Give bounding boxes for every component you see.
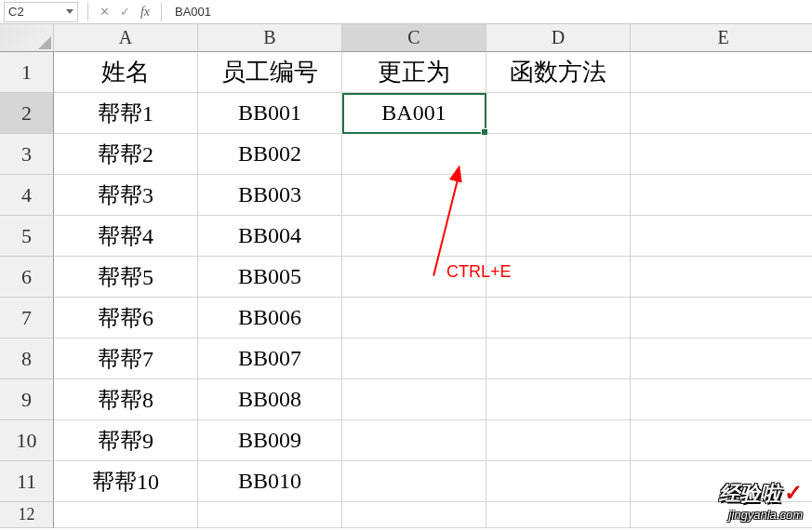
- cell[interactable]: [486, 502, 631, 528]
- row-header-7[interactable]: 7: [0, 298, 54, 339]
- watermark-check-icon: ✓: [784, 480, 803, 505]
- cell[interactable]: BB007: [198, 339, 342, 379]
- cell[interactable]: 帮帮3: [54, 175, 198, 216]
- cell-header[interactable]: 姓名: [54, 52, 198, 93]
- row-header-1[interactable]: 1: [0, 52, 54, 93]
- cell[interactable]: [342, 420, 486, 461]
- divider: [87, 3, 88, 21]
- column-header-b[interactable]: B: [198, 24, 342, 52]
- cell[interactable]: [342, 134, 486, 175]
- name-box[interactable]: C2: [4, 2, 78, 22]
- cell[interactable]: BB005: [198, 257, 342, 298]
- cell[interactable]: [342, 461, 486, 502]
- cell[interactable]: 帮帮4: [54, 216, 198, 257]
- cell[interactable]: 帮帮6: [54, 298, 198, 339]
- column-header-c[interactable]: C: [342, 24, 486, 52]
- cell[interactable]: 帮帮8: [54, 379, 198, 420]
- cell[interactable]: [631, 298, 812, 339]
- row-header-11[interactable]: 11: [0, 461, 54, 502]
- cell[interactable]: [342, 216, 486, 257]
- cell[interactable]: [198, 502, 342, 528]
- cell[interactable]: [631, 379, 812, 420]
- cell[interactable]: [486, 461, 631, 502]
- watermark-main: 经验啦: [719, 482, 780, 505]
- cell[interactable]: [486, 420, 631, 461]
- name-box-value: C2: [8, 5, 24, 19]
- cell[interactable]: 帮帮1: [54, 93, 198, 134]
- select-all-corner[interactable]: [0, 24, 54, 52]
- cell[interactable]: [486, 339, 631, 379]
- cell[interactable]: [486, 93, 631, 134]
- column-header-a[interactable]: A: [54, 24, 198, 52]
- column-header-d[interactable]: D: [486, 24, 631, 52]
- cell[interactable]: [486, 134, 631, 175]
- cell[interactable]: 帮帮10: [54, 461, 198, 502]
- cell-header[interactable]: 员工编号: [198, 52, 342, 93]
- cell[interactable]: BB002: [198, 134, 342, 175]
- cell[interactable]: BB006: [198, 298, 342, 339]
- cell-header[interactable]: 更正为: [342, 52, 486, 93]
- spreadsheet-grid: 123456789101112 ABCDE 姓名员工编号更正为函数方法帮帮1BB…: [0, 24, 812, 528]
- row-header-4[interactable]: 4: [0, 175, 54, 216]
- cell[interactable]: [486, 379, 631, 420]
- annotation-label: CTRL+E: [446, 262, 512, 282]
- cell[interactable]: [631, 93, 812, 134]
- cell[interactable]: 帮帮9: [54, 420, 198, 461]
- divider: [161, 3, 162, 21]
- cell[interactable]: [486, 216, 631, 257]
- cell[interactable]: [631, 339, 812, 379]
- cell[interactable]: [54, 502, 198, 528]
- cell[interactable]: [342, 379, 486, 420]
- cell[interactable]: 帮帮2: [54, 134, 198, 175]
- dropdown-icon[interactable]: [66, 9, 73, 14]
- row-header-6[interactable]: 6: [0, 257, 54, 298]
- cell[interactable]: [631, 420, 812, 461]
- row-header-5[interactable]: 5: [0, 216, 54, 257]
- cell[interactable]: [342, 502, 486, 528]
- enter-icon[interactable]: ✓: [114, 2, 135, 22]
- row-header-10[interactable]: 10: [0, 420, 54, 461]
- cancel-icon[interactable]: ✕: [94, 2, 114, 22]
- cell[interactable]: BB003: [198, 175, 342, 216]
- formula-bar: C2 ✕ ✓ fx: [0, 0, 812, 24]
- cell[interactable]: [631, 134, 812, 175]
- cell[interactable]: [486, 298, 631, 339]
- cell[interactable]: [631, 52, 812, 93]
- cell[interactable]: BB010: [198, 461, 342, 502]
- cell-header[interactable]: 函数方法: [486, 52, 631, 93]
- cell[interactable]: [342, 298, 486, 339]
- cell[interactable]: [486, 175, 631, 216]
- watermark: 经验啦 ✓ jingyanla.com: [719, 480, 803, 522]
- row-header-9[interactable]: 9: [0, 379, 54, 420]
- cell[interactable]: BB009: [198, 420, 342, 461]
- cell[interactable]: [631, 216, 812, 257]
- row-header-8[interactable]: 8: [0, 339, 54, 379]
- fx-button[interactable]: fx: [135, 2, 155, 22]
- row-header-12[interactable]: 12: [0, 502, 54, 528]
- cell[interactable]: 帮帮5: [54, 257, 198, 298]
- cell[interactable]: BB001: [198, 93, 342, 134]
- formula-input[interactable]: [167, 5, 812, 19]
- cell[interactable]: [631, 175, 812, 216]
- row-header-3[interactable]: 3: [0, 134, 54, 175]
- cell[interactable]: [342, 339, 486, 379]
- cell[interactable]: 帮帮7: [54, 339, 198, 379]
- cell[interactable]: [631, 257, 812, 298]
- row-header-2[interactable]: 2: [0, 93, 54, 134]
- watermark-sub: jingyanla.com: [719, 508, 803, 522]
- column-header-e[interactable]: E: [631, 24, 812, 52]
- cell[interactable]: [342, 175, 486, 216]
- cell[interactable]: BB004: [198, 216, 342, 257]
- cell[interactable]: BB008: [198, 379, 342, 420]
- cell[interactable]: BA001: [342, 93, 486, 134]
